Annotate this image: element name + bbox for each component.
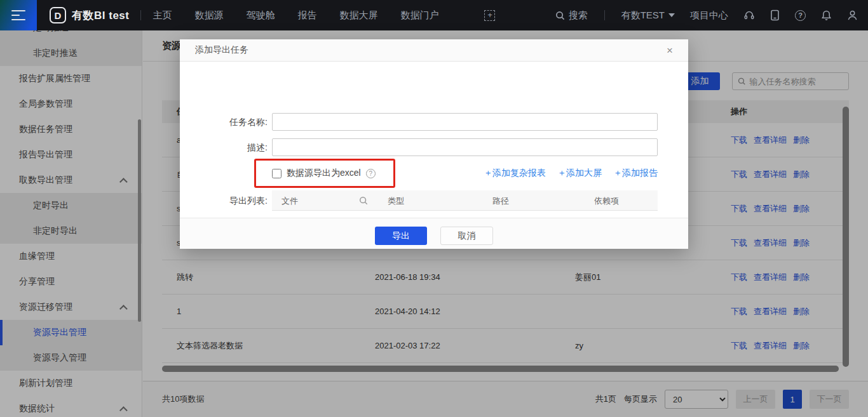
nav-portal[interactable]: 数据门户 — [400, 10, 438, 22]
user-avatar-icon[interactable] — [847, 10, 858, 21]
support-headset-icon[interactable] — [743, 10, 755, 21]
modal-header: 添加导出任务 × — [180, 39, 688, 62]
export-list-label: 导出列表: — [180, 195, 268, 207]
app-root: D 有数BI test 主页 数据源 驾驶舱 报告 数据大屏 数据门户 + 搜索… — [0, 0, 868, 417]
help-icon[interactable]: ? — [795, 10, 806, 21]
help-icon[interactable]: ? — [366, 169, 376, 178]
mobile-device-icon[interactable] — [770, 10, 780, 21]
task-name-input[interactable] — [272, 113, 658, 131]
col-header-file: 文件 — [281, 195, 298, 207]
topbar: D 有数BI test 主页 数据源 驾驶舱 报告 数据大屏 数据门户 + 搜索… — [0, 0, 868, 30]
task-name-label: 任务名称: — [180, 117, 268, 128]
global-search[interactable]: 搜索 — [555, 10, 588, 22]
col-header-dependency: 依赖项 — [594, 195, 619, 207]
search-icon — [555, 11, 565, 20]
add-complex-report-link[interactable]: ＋添加复杂报表 — [484, 168, 546, 179]
menu-icon — [11, 19, 25, 20]
top-nav: 主页 数据源 驾驶舱 报告 数据大屏 数据门户 + — [153, 10, 495, 22]
nav-report[interactable]: 报告 — [297, 10, 316, 22]
description-input[interactable] — [272, 138, 658, 156]
cancel-button[interactable]: 取消 — [440, 227, 493, 245]
export-list-table: 文件 类型 路径 依赖项 — [272, 190, 658, 211]
description-label: 描述: — [180, 142, 268, 154]
topbar-right: 搜索 有数TEST 项目中心 ? — [555, 10, 868, 22]
tenant-switcher[interactable]: 有数TEST — [621, 10, 675, 22]
nav-home[interactable]: 主页 — [153, 10, 172, 22]
chevron-down-icon — [668, 13, 675, 17]
tenant-name: 有数TEST — [621, 10, 665, 22]
search-label: 搜索 — [569, 10, 588, 22]
divider — [140, 10, 141, 20]
export-button[interactable]: 导出 — [375, 227, 427, 245]
notification-bell-icon[interactable] — [821, 10, 832, 21]
search-icon[interactable] — [359, 196, 368, 205]
menu-icon — [11, 10, 25, 11]
col-header-path: 路径 — [492, 195, 509, 207]
logo-d-icon: D — [50, 7, 66, 23]
modal-title: 添加导出任务 — [195, 44, 248, 56]
divider — [604, 10, 605, 20]
app-title: 有数BI test — [72, 8, 129, 23]
nav-dashboard[interactable]: 驾驶舱 — [246, 10, 275, 22]
close-icon[interactable]: × — [667, 45, 673, 56]
col-header-type: 类型 — [388, 195, 404, 207]
add-report-link[interactable]: ＋添加报告 — [613, 168, 658, 179]
export-as-excel-checkbox[interactable] — [272, 169, 281, 178]
add-export-task-modal: 添加导出任务 × 任务名称: 描述: 数据源导出为excel ? ＋添加复杂报表… — [180, 39, 688, 249]
nav-datasource[interactable]: 数据源 — [194, 10, 223, 22]
modal-footer: 导出 取消 — [180, 218, 688, 249]
app-logo[interactable]: D 有数BI test — [50, 7, 129, 23]
nav-bigscreen[interactable]: 数据大屏 — [339, 10, 377, 22]
add-bigscreen-link[interactable]: ＋添加大屏 — [557, 168, 602, 179]
export-as-excel-label: 数据源导出为excel — [287, 168, 361, 179]
collapse-menu-button[interactable] — [0, 0, 37, 30]
project-center-link[interactable]: 项目中心 — [690, 10, 728, 22]
modal-body: 任务名称: 描述: 数据源导出为excel ? ＋添加复杂报表 ＋添加大屏 ＋添… — [180, 62, 688, 218]
add-module-icon[interactable]: + — [484, 10, 495, 21]
add-item-links: ＋添加复杂报表 ＋添加大屏 ＋添加报告 — [484, 162, 658, 185]
menu-icon — [11, 15, 20, 16]
export-as-excel-option: 数据源导出为excel ? — [272, 162, 376, 185]
export-list-header: 文件 类型 路径 依赖项 — [272, 190, 658, 211]
